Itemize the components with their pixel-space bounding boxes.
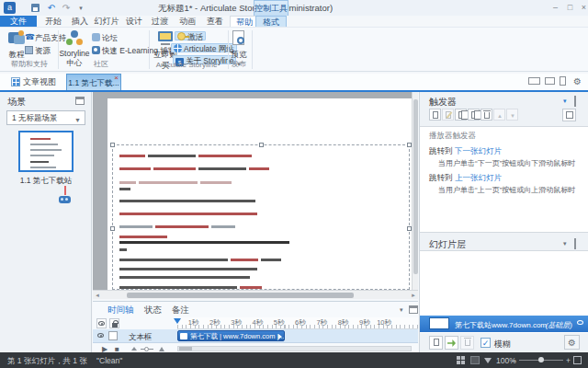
textbox-icon: [180, 333, 187, 339]
edit-trigger-button[interactable]: [442, 109, 454, 121]
zoom-out-small-icon[interactable]: [131, 347, 137, 351]
resize-handle[interactable]: [259, 143, 264, 147]
resize-handle[interactable]: [110, 226, 115, 231]
zoom-slider-thumb[interactable]: [538, 357, 544, 362]
trigger-item[interactable]: 跳转到 下一张幻灯片: [420, 144, 588, 157]
tab-transitions[interactable]: 过渡: [147, 16, 173, 27]
slide-link-icon: [59, 196, 71, 203]
tab-design[interactable]: 设计: [121, 16, 147, 27]
tablet-portrait-icon[interactable]: [560, 76, 566, 86]
object-checkbox[interactable]: [108, 331, 118, 340]
canvas-horizontal-scrollbar[interactable]: ◄ ►: [93, 290, 418, 299]
new-layer-button[interactable]: [429, 336, 443, 350]
tab-file[interactable]: 文件: [0, 16, 37, 27]
layer-eye-icon[interactable]: [577, 320, 585, 327]
slide-thumbnail[interactable]: [18, 131, 74, 172]
layers-collapse-icon[interactable]: [574, 238, 576, 249]
forums-button[interactable]: 论坛: [92, 33, 118, 42]
delete-layer-button[interactable]: [460, 336, 474, 350]
scroll-left-icon[interactable]: ◄: [95, 293, 100, 298]
laptop-preview-icon[interactable]: [528, 77, 540, 85]
canvas-vertical-scrollbar[interactable]: [412, 92, 418, 290]
story-view-button[interactable]: 文章视图: [11, 75, 56, 88]
copy-trigger-button[interactable]: [455, 109, 467, 121]
resize-handle[interactable]: [110, 143, 115, 147]
tab-notes[interactable]: 备注: [172, 305, 189, 316]
forum-bubble-icon: [92, 33, 100, 41]
tablet-landscape-icon[interactable]: [545, 77, 555, 85]
undo-icon[interactable]: ↶: [46, 3, 57, 13]
object-label: 文本框: [129, 332, 153, 343]
timeline-scrollbar[interactable]: [177, 346, 412, 351]
timeline-object-bar[interactable]: 第七下载 | www.7down.com | ...: [177, 330, 285, 341]
resources-icon: [25, 46, 33, 54]
slide-view-icon[interactable]: [470, 356, 480, 364]
playhead-icon[interactable]: [174, 318, 181, 324]
zoom-in-large-icon[interactable]: [159, 347, 164, 351]
tab-format[interactable]: 格式: [255, 16, 287, 27]
base-layer-row[interactable]: 第七下载站www.7down.com (基础层): [420, 316, 588, 332]
status-bar: 第 1 张幻灯片，共 1 张 "Clean" 100% − +: [0, 352, 588, 368]
move-trigger-down-button[interactable]: ▼: [506, 109, 518, 121]
minimize-button[interactable]: –: [549, 2, 561, 13]
zoom-in-icon[interactable]: +: [566, 356, 571, 365]
feedback-icon[interactable]: [484, 358, 492, 363]
tab-animations[interactable]: 动画: [175, 16, 200, 27]
triggers-collapse-icon[interactable]: [574, 96, 576, 107]
base-layer-tag: (基础层): [546, 320, 572, 330]
tab-states[interactable]: 状态: [144, 305, 162, 316]
trigger-item[interactable]: 跳转到 上一张幻灯片: [420, 170, 588, 184]
blog-icon: [92, 46, 100, 54]
lock-all-icon[interactable]: [109, 318, 119, 328]
scroll-right-icon[interactable]: ►: [411, 293, 416, 298]
manage-project-variables-button[interactable]: [562, 109, 576, 121]
layers-panel-title: 幻灯片层: [429, 238, 466, 251]
new-trigger-button[interactable]: [429, 109, 441, 121]
contextual-tab-group: 控制工具: [254, 0, 288, 16]
paste-trigger-button[interactable]: [468, 109, 480, 121]
app-icon[interactable]: a: [4, 2, 16, 14]
slide-surface[interactable]: [107, 98, 412, 290]
player-settings-gear-icon[interactable]: ⚙: [573, 76, 583, 86]
community-icon: [65, 29, 84, 48]
move-trigger-up-button[interactable]: ▲: [493, 109, 505, 121]
tab-timeline[interactable]: 时间轴: [107, 305, 134, 316]
trigger-target-link[interactable]: 上一张幻灯片: [455, 173, 502, 182]
tab-close-icon[interactable]: ×: [114, 75, 119, 82]
scene-select-dropdown[interactable]: 1 无标题场景▼: [6, 110, 85, 125]
tab-insert[interactable]: 插入: [68, 16, 92, 27]
qat-dropdown-icon[interactable]: ▾: [75, 3, 86, 13]
timeline-dropdown-icon[interactable]: ▾: [400, 306, 403, 314]
zoom-out-icon[interactable]: −: [512, 356, 516, 365]
duplicate-layer-button[interactable]: [445, 336, 458, 350]
trigger-target-link[interactable]: 下一张幻灯片: [455, 146, 502, 155]
timeline-zoom-knob[interactable]: [144, 347, 149, 351]
layers-dropdown-icon[interactable]: ▾: [563, 240, 567, 247]
triggers-dropdown-icon[interactable]: ▾: [563, 98, 567, 105]
close-button[interactable]: ×: [578, 2, 588, 13]
layer-gear-icon[interactable]: ⚙: [564, 335, 580, 350]
timeline-object-row[interactable]: 文本框 第七下载 | www.7down.com | ...: [93, 329, 418, 343]
dim-layers-checkbox[interactable]: ✓: [481, 338, 491, 348]
object-eye-icon[interactable]: [96, 331, 107, 341]
trigger-condition: 当用户单击“下一页”按钮或向下滑动鼠标时: [420, 157, 588, 170]
resources-button[interactable]: 资源: [25, 46, 51, 55]
save-icon[interactable]: [31, 4, 40, 12]
globe-icon: [174, 44, 182, 52]
theme-name-text: "Clean": [96, 356, 122, 365]
activate-button[interactable]: 激活: [175, 31, 206, 40]
tab-slides[interactable]: 幻灯片: [92, 16, 121, 27]
story-view-icon[interactable]: [457, 356, 466, 364]
delete-trigger-button[interactable]: [481, 109, 492, 121]
slide-tab[interactable]: 1.1 第七下载...×: [66, 74, 121, 90]
tab-view[interactable]: 查看: [202, 16, 228, 27]
timeline-ruler[interactable]: 1秒2秒3秒4秒5秒6秒7秒8秒9秒10秒: [177, 317, 418, 329]
redo-icon[interactable]: ↷: [61, 3, 72, 13]
panel-collapse-icon[interactable]: [75, 97, 85, 105]
fit-to-window-icon[interactable]: [573, 356, 582, 364]
show-all-eye-icon[interactable]: [96, 318, 107, 328]
layer-name: 第七下载站www.7down.com: [455, 320, 547, 330]
timeline-collapse-icon[interactable]: [409, 305, 418, 314]
tab-home[interactable]: 开始: [40, 16, 66, 27]
maximize-button[interactable]: □: [564, 2, 576, 13]
